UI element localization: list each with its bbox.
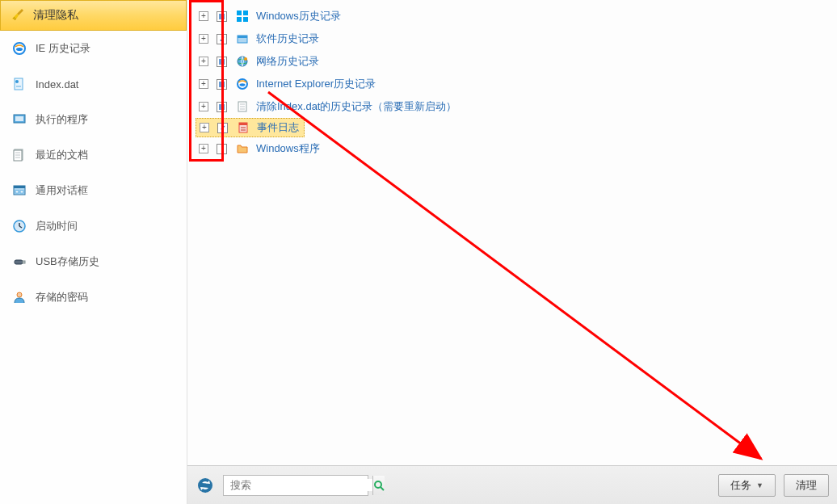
svg-rect-4 <box>15 78 23 90</box>
tree-item-label[interactable]: Internet Explorer历史记录 <box>256 77 376 91</box>
svg-point-31 <box>244 57 247 61</box>
expand-icon[interactable]: + <box>199 34 208 44</box>
svg-point-33 <box>240 83 246 86</box>
expand-icon[interactable]: + <box>199 57 208 66</box>
checkbox[interactable] <box>217 123 228 133</box>
svg-rect-24 <box>237 10 242 15</box>
sidebar-item-label: IE 历史记录 <box>36 41 90 56</box>
sidebar-item-executed-programs[interactable]: 执行的程序 <box>0 102 187 137</box>
tree-item-label[interactable]: 软件历史记录 <box>256 32 319 46</box>
svg-rect-26 <box>237 17 242 22</box>
svg-point-23 <box>17 292 22 297</box>
sidebar-item-ie-history[interactable]: IE 历史记录 <box>0 31 187 66</box>
svg-line-46 <box>381 487 384 490</box>
sidebar-item-usb-history[interactable]: USB存储历史 <box>0 244 187 279</box>
sidebar-item-recent-docs[interactable]: 最近的文档 <box>0 137 187 173</box>
checkbox[interactable] <box>217 57 227 67</box>
svg-rect-8 <box>15 116 23 121</box>
sidebar-item-label: Index.dat <box>36 78 79 90</box>
run-icon <box>11 111 27 128</box>
clock-icon <box>11 218 27 234</box>
expand-icon[interactable]: + <box>199 11 208 21</box>
sidebar: 清理隐私 IE 历史记录 Index.dat <box>0 0 187 504</box>
search-button[interactable] <box>372 476 385 495</box>
expand-icon[interactable]: + <box>199 102 208 111</box>
svg-rect-22 <box>23 261 25 263</box>
page-icon <box>235 99 250 114</box>
chevron-down-icon: ▼ <box>756 481 763 489</box>
tree-item-ie-history[interactable]: + Internet Explorer历史记录 <box>196 73 829 95</box>
sidebar-item-label: 执行的程序 <box>36 112 88 127</box>
sidebar-item-stored-passwords[interactable]: 存储的密码 <box>0 279 187 315</box>
expand-icon[interactable]: + <box>200 123 209 132</box>
sidebar-item-label: USB存储历史 <box>36 254 99 269</box>
svg-point-45 <box>375 481 381 488</box>
sidebar-header-clean-privacy[interactable]: 清理隐私 <box>0 0 187 31</box>
sidebar-item-label: 启动时间 <box>36 219 78 233</box>
sidebar-item-label: 通用对话框 <box>36 183 88 198</box>
sidebar-item-startup-time[interactable]: 启动时间 <box>0 208 187 244</box>
clean-button[interactable]: 清理 <box>784 474 829 497</box>
document-icon <box>11 147 27 163</box>
svg-rect-29 <box>238 36 247 38</box>
clean-button-label: 清理 <box>796 478 817 493</box>
ie-icon <box>235 77 250 91</box>
log-icon <box>236 120 250 135</box>
tree-item-event-log[interactable]: + 事件日志 <box>196 118 305 137</box>
broom-icon <box>11 7 27 23</box>
svg-rect-17 <box>20 191 23 193</box>
svg-rect-25 <box>243 10 248 15</box>
windows-icon <box>235 9 250 23</box>
usb-icon <box>11 254 27 270</box>
tree-area: + Windows历史记录 + <box>187 0 837 465</box>
task-button-label: 任务 <box>730 478 751 493</box>
expand-icon[interactable]: + <box>199 144 208 153</box>
tree-item-windows-history[interactable]: + Windows历史记录 <box>196 5 829 27</box>
tree-item-network-history[interactable]: + 网络历史记录 <box>196 50 829 73</box>
user-icon <box>11 289 27 305</box>
svg-rect-15 <box>14 186 25 188</box>
svg-rect-39 <box>239 123 247 125</box>
checkbox[interactable] <box>217 34 227 44</box>
svg-point-44 <box>198 478 212 493</box>
bottom-bar: 任务 ▼ 清理 <box>187 465 837 504</box>
dialog-icon <box>11 183 27 199</box>
refresh-icon[interactable] <box>196 476 215 495</box>
tree-item-windows-programs[interactable]: + Windows程序 <box>196 137 829 160</box>
svg-point-5 <box>15 80 19 83</box>
tree-item-label[interactable]: 网络历史记录 <box>256 54 319 69</box>
tree-item-label[interactable]: Windows历史记录 <box>256 9 341 23</box>
ie-icon <box>11 40 27 57</box>
sidebar-item-index-dat[interactable]: Index.dat <box>0 66 187 102</box>
tree-item-label[interactable]: 清除Index.dat的历史记录（需要重新启动） <box>256 99 457 114</box>
search-box <box>223 475 368 496</box>
checkbox[interactable] <box>217 79 227 90</box>
sidebar-header-label: 清理隐私 <box>33 8 78 23</box>
svg-rect-27 <box>243 17 248 22</box>
svg-rect-16 <box>15 191 19 193</box>
checkbox[interactable] <box>217 144 227 154</box>
sidebar-item-label: 存储的密码 <box>36 290 88 304</box>
sidebar-item-label: 最近的文档 <box>36 148 88 162</box>
checkbox[interactable] <box>217 102 227 112</box>
svg-rect-21 <box>15 260 23 264</box>
search-input[interactable] <box>224 479 372 491</box>
tree-item-label[interactable]: Windows程序 <box>256 141 320 156</box>
tree-item-label[interactable]: 事件日志 <box>257 120 299 135</box>
file-icon <box>11 76 27 92</box>
main-panel: + Windows历史记录 + <box>187 0 837 504</box>
globe-icon <box>235 54 250 69</box>
tree-item-clear-indexdat[interactable]: + 清除Index.dat的历史记录（需要重新启动） <box>196 95 829 118</box>
task-button[interactable]: 任务 ▼ <box>718 474 776 497</box>
folder-icon <box>235 141 250 156</box>
checkbox[interactable] <box>217 11 227 22</box>
sidebar-item-common-dialog[interactable]: 通用对话框 <box>0 173 187 208</box>
svg-point-3 <box>16 48 23 51</box>
software-icon <box>235 32 250 46</box>
expand-icon[interactable]: + <box>199 79 208 89</box>
tree-item-software-history[interactable]: + 软件历史记录 <box>196 27 829 50</box>
